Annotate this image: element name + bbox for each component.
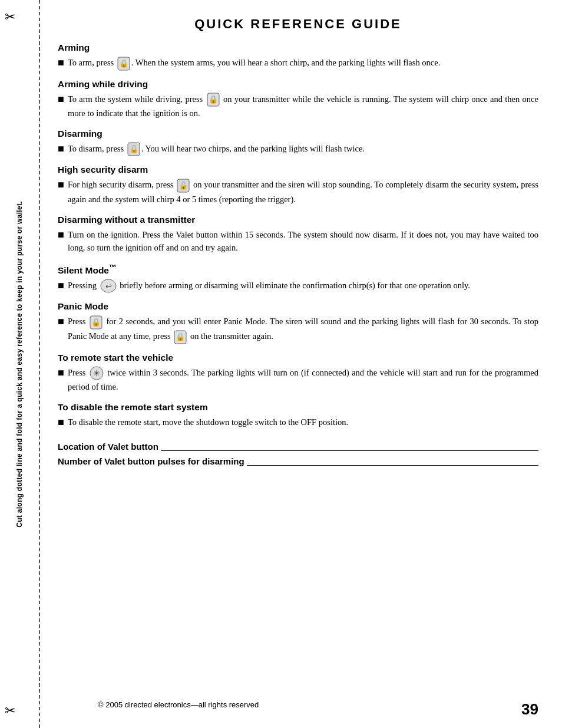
section-remote-start-body: ■ Press ✳ twice within 3 seconds. The pa… [58,366,538,394]
section-panic-mode-body: ■ Press 🔒 for 2 seconds, and you will en… [58,315,538,344]
section-panic-mode-title: Panic Mode [58,301,538,312]
section-arming-driving-text: To arm the system while driving, press 🔒… [68,93,538,120]
section-remote-start-title: To remote start the vehicle [58,353,538,363]
section-high-security-title: High security disarm [58,164,538,175]
section-arming-title: Arming [58,42,538,53]
section-remote-start: To remote start the vehicle ■ Press ✳ tw… [58,353,538,394]
copyright-bar: © 2005 directed electronics—all rights r… [80,700,562,719]
bullet-arming-driving: ■ [58,93,64,120]
section-disarming: Disarming ■ To disarm, press 🔓. You will… [58,129,538,157]
section-arming-driving-title: Arming while driving [58,79,538,90]
section-arming-body: ■ To arm, press 🔒. When the system arms,… [58,56,538,71]
svg-text:✳: ✳ [93,369,100,378]
bullet-silent-mode: ■ [58,279,64,294]
section-arming-text: To arm, press 🔒. When the system arms, y… [68,56,538,71]
page: ✂ Cut along dotted line and fold for a q… [0,0,562,728]
section-silent-mode-title: Silent Mode™ [58,263,538,276]
section-disarming-no-transmitter-text: Turn on the ignition. Press the Valet bu… [68,228,538,255]
svg-text:🔒: 🔒 [176,332,186,342]
bullet-disable-remote: ■ [58,416,64,429]
svg-text:↩: ↩ [105,282,111,291]
svg-text:🔓: 🔓 [179,181,188,190]
section-panic-mode: Panic Mode ■ Press 🔒 for 2 seconds, and … [58,301,538,344]
bullet-disarming: ■ [58,143,64,157]
svg-text:🔓: 🔓 [129,144,138,153]
scissors-top-icon: ✂ [5,11,15,24]
section-high-security: High security disarm ■ For high security… [58,164,538,206]
copyright-text: © 2005 directed electronics—all rights r… [98,700,259,719]
sidebar-rotated-text: Cut along dotted line and fold for a qui… [15,201,24,528]
section-disarming-no-transmitter: Disarming without a transmitter ■ Turn o… [58,215,538,255]
section-silent-mode: Silent Mode™ ■ Pressing ↩ briefly before… [58,263,538,294]
footer-line1-label: Location of Valet button [58,442,158,452]
page-number: 39 [521,700,538,719]
bullet-panic-mode: ■ [58,315,64,344]
scissors-bottom-icon: ✂ [5,704,15,717]
section-disarming-text: To disarm, press 🔓. You will hear two ch… [68,142,538,157]
section-high-security-body: ■ For high security disarm, press 🔓 on y… [58,178,538,206]
footer-line2-label: Number of Valet button pulses for disarm… [58,456,244,466]
section-disable-remote-text: To disable the remote start, move the sh… [68,416,538,429]
section-disarming-no-transmitter-body: ■ Turn on the ignition. Press the Valet … [58,228,538,255]
page-title: QUICK REFERENCE GUIDE [58,17,538,32]
bullet-high-security: ■ [58,179,64,206]
section-disable-remote: To disable the remote start system ■ To … [58,402,538,429]
section-disarming-no-transmitter-title: Disarming without a transmitter [58,215,538,225]
svg-text:🔒: 🔒 [209,94,219,104]
section-panic-mode-text: Press 🔒 for 2 seconds, and you will ente… [68,315,538,344]
svg-text:🔒: 🔒 [119,58,129,68]
section-silent-mode-body: ■ Pressing ↩ briefly before arming or di… [58,279,538,294]
section-silent-mode-text: Pressing ↩ briefly before arming or disa… [68,279,538,294]
section-disarming-body: ■ To disarm, press 🔓. You will hear two … [58,142,538,157]
section-arming: Arming ■ To arm, press 🔒. When the syste… [58,42,538,71]
footer-section: Location of Valet button Number of Valet… [58,442,538,466]
section-arming-driving: Arming while driving ■ To arm the system… [58,79,538,120]
bullet-arming: ■ [58,57,64,71]
section-disable-remote-title: To disable the remote start system [58,402,538,413]
section-disable-remote-body: ■ To disable the remote start, move the … [58,416,538,429]
svg-text:🔒: 🔒 [91,317,101,327]
section-remote-start-text: Press ✳ twice within 3 seconds. The park… [68,366,538,394]
bullet-remote-start: ■ [58,367,64,394]
bullet-disarming-no-transmitter: ■ [58,229,64,255]
main-content: QUICK REFERENCE GUIDE Arming ■ To arm, p… [40,0,562,728]
sidebar: ✂ Cut along dotted line and fold for a q… [0,0,40,728]
section-disarming-title: Disarming [58,129,538,139]
section-high-security-text: For high security disarm, press 🔓 on you… [68,178,538,206]
section-arming-driving-body: ■ To arm the system while driving, press… [58,93,538,120]
